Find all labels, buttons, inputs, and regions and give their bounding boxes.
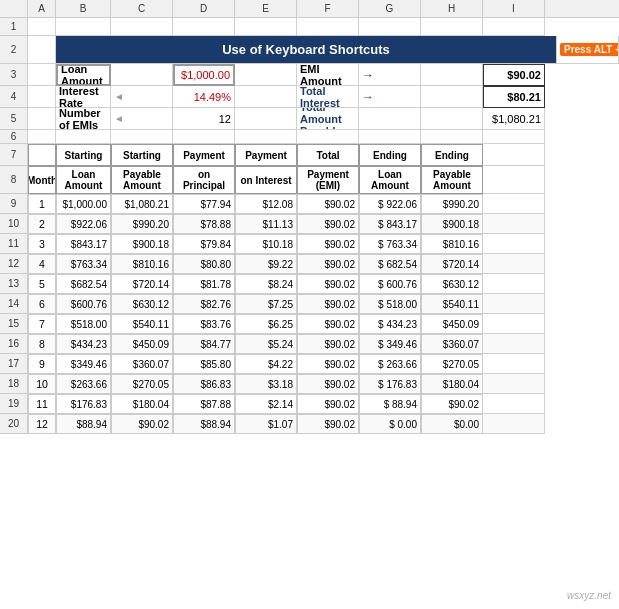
col-a: A bbox=[28, 0, 56, 17]
r1-e[interactable] bbox=[235, 18, 297, 36]
td-pi-7: $5.24 bbox=[235, 334, 297, 354]
td-epa-10: $90.02 bbox=[421, 394, 483, 414]
table-row-17: 17 9 $349.46 $360.07 $85.80 $4.22 $90.02… bbox=[0, 354, 619, 374]
td-spa-6: $540.11 bbox=[111, 314, 173, 334]
table-row-16: 16 8 $434.23 $450.09 $84.77 $5.24 $90.02… bbox=[0, 334, 619, 354]
table-row-14: 14 6 $600.76 $630.12 $82.76 $7.25 $90.02… bbox=[0, 294, 619, 314]
table-row-13: 13 5 $682.54 $720.14 $81.78 $8.24 $90.02… bbox=[0, 274, 619, 294]
r4-h[interactable] bbox=[421, 86, 483, 108]
col-ela-h2: Loan Amount bbox=[359, 166, 421, 194]
r1-i[interactable] bbox=[483, 18, 545, 36]
r1-f[interactable] bbox=[297, 18, 359, 36]
total-interest-value: $80.21 bbox=[483, 86, 545, 108]
td-sla-10: $176.83 bbox=[56, 394, 111, 414]
td-tpe-4: $90.02 bbox=[297, 274, 359, 294]
col-tpe-h1: Total bbox=[297, 144, 359, 166]
td-pi-2: $10.18 bbox=[235, 234, 297, 254]
td-tpe-7: $90.02 bbox=[297, 334, 359, 354]
num-emis-label: Number of EMIs bbox=[56, 108, 111, 130]
td-ela-6: $ 434.23 bbox=[359, 314, 421, 334]
td-spa-10: $180.04 bbox=[111, 394, 173, 414]
col-spa-h1: Starting bbox=[111, 144, 173, 166]
td-pi-10: $2.14 bbox=[235, 394, 297, 414]
col-tpe-h2: Payment (EMI) bbox=[297, 166, 359, 194]
td-tpe-9: $90.02 bbox=[297, 374, 359, 394]
r5-a[interactable] bbox=[28, 108, 56, 130]
r1-a[interactable] bbox=[28, 18, 56, 36]
r5-c-arrow: ◄ bbox=[111, 108, 173, 130]
r1-b[interactable] bbox=[56, 18, 111, 36]
total-payable-label: Total Amount Payable bbox=[297, 108, 359, 130]
td-month-10: 11 bbox=[28, 394, 56, 414]
arrow-small2-icon: ◄ bbox=[114, 113, 124, 124]
r4-a[interactable] bbox=[28, 86, 56, 108]
td-month-4: 5 bbox=[28, 274, 56, 294]
table-row-12: 12 4 $763.34 $810.16 $80.80 $9.22 $90.02… bbox=[0, 254, 619, 274]
col-sla-h2: Loan Amount bbox=[56, 166, 111, 194]
r5-h[interactable] bbox=[421, 108, 483, 130]
td-ela-1: $ 843.17 bbox=[359, 214, 421, 234]
spreadsheet-title: Use of Keyboard Shortcuts bbox=[56, 36, 557, 64]
r5-e[interactable] bbox=[235, 108, 297, 130]
td-sla-8: $349.46 bbox=[56, 354, 111, 374]
td-pp-5: $82.76 bbox=[173, 294, 235, 314]
r3-a[interactable] bbox=[28, 64, 56, 86]
td-epa-5: $540.11 bbox=[421, 294, 483, 314]
r5-g[interactable] bbox=[359, 108, 421, 130]
r2-i[interactable]: Press ALT + M + D bbox=[557, 36, 619, 64]
td-sla-11: $88.94 bbox=[56, 414, 111, 434]
r4-e[interactable] bbox=[235, 86, 297, 108]
td-tpe-11: $90.02 bbox=[297, 414, 359, 434]
r3-g-arrow: → bbox=[359, 64, 421, 86]
td-pi-9: $3.18 bbox=[235, 374, 297, 394]
col-g: G bbox=[359, 0, 421, 17]
col-sla-h1: Starting bbox=[56, 144, 111, 166]
r4-g-arrow: → bbox=[359, 86, 421, 108]
td-spa-11: $90.02 bbox=[111, 414, 173, 434]
r1-c[interactable] bbox=[111, 18, 173, 36]
row-1: 1 bbox=[0, 18, 619, 36]
td-ela-8: $ 263.66 bbox=[359, 354, 421, 374]
td-tpe-10: $90.02 bbox=[297, 394, 359, 414]
td-sla-4: $682.54 bbox=[56, 274, 111, 294]
col-ela-h1: Ending bbox=[359, 144, 421, 166]
row-2: 2 Use of Keyboard Shortcuts Press ALT + … bbox=[0, 36, 619, 64]
td-month-9: 10 bbox=[28, 374, 56, 394]
r1-h[interactable] bbox=[421, 18, 483, 36]
arrow-small-icon: ◄ bbox=[114, 91, 124, 102]
col-e: E bbox=[235, 0, 297, 17]
r1-d[interactable] bbox=[173, 18, 235, 36]
td-epa-1: $900.18 bbox=[421, 214, 483, 234]
td-sla-2: $843.17 bbox=[56, 234, 111, 254]
td-month-7: 8 bbox=[28, 334, 56, 354]
loan-amount-label: Loan Amount bbox=[56, 64, 111, 86]
r3-e[interactable] bbox=[235, 64, 297, 86]
td-ela-7: $ 349.46 bbox=[359, 334, 421, 354]
r2-a[interactable] bbox=[28, 36, 56, 64]
col-epa-h1: Ending bbox=[421, 144, 483, 166]
alt-badge: Press ALT + M + D bbox=[560, 43, 619, 56]
r3-h[interactable] bbox=[421, 64, 483, 86]
td-tpe-1: $90.02 bbox=[297, 214, 359, 234]
td-pi-11: $1.07 bbox=[235, 414, 297, 434]
col-c: C bbox=[111, 0, 173, 17]
td-pp-11: $88.94 bbox=[173, 414, 235, 434]
col-month-h1 bbox=[28, 144, 56, 166]
watermark: wsxyz.net bbox=[567, 590, 611, 601]
col-f: F bbox=[297, 0, 359, 17]
td-ela-3: $ 682.54 bbox=[359, 254, 421, 274]
table-row-9: 9 1 $1,000.00 $1,080.21 $77.94 $12.08 $9… bbox=[0, 194, 619, 214]
td-epa-4: $630.12 bbox=[421, 274, 483, 294]
td-ela-4: $ 600.76 bbox=[359, 274, 421, 294]
td-month-6: 7 bbox=[28, 314, 56, 334]
loan-amount-value: $1,000.00 bbox=[173, 64, 235, 86]
td-pi-8: $4.22 bbox=[235, 354, 297, 374]
r1-g[interactable] bbox=[359, 18, 421, 36]
td-sla-3: $763.34 bbox=[56, 254, 111, 274]
table-row-10: 10 2 $922.06 $990.20 $78.88 $11.13 $90.0… bbox=[0, 214, 619, 234]
td-month-5: 6 bbox=[28, 294, 56, 314]
td-ela-0: $ 922.06 bbox=[359, 194, 421, 214]
r3-c[interactable] bbox=[111, 64, 173, 86]
td-pi-0: $12.08 bbox=[235, 194, 297, 214]
col-epa-h2: Payable Amount bbox=[421, 166, 483, 194]
